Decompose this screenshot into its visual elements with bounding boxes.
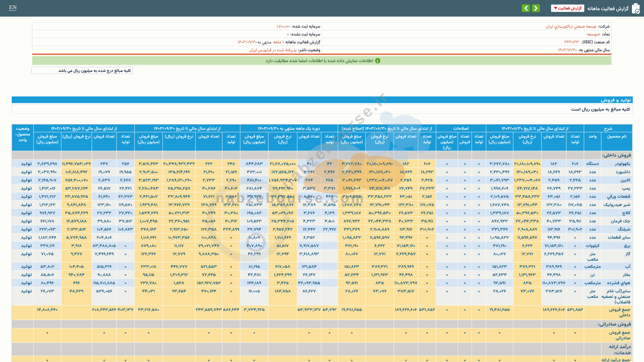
svg-text:nabzebourse.com: nabzebourse.com xyxy=(216,190,366,206)
svg-text:EN: EN xyxy=(9,4,17,10)
